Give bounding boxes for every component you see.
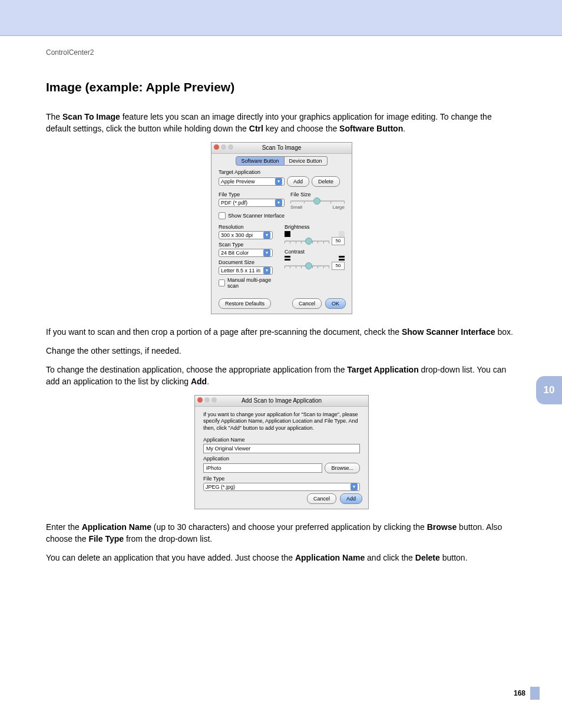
page-number: 168	[514, 689, 525, 697]
window-controls	[214, 144, 233, 150]
paragraph-1: The Scan To Image feature lets you scan …	[46, 111, 517, 135]
application-name-label: Application Name	[203, 437, 360, 443]
chevron-updown-icon: ▾	[275, 178, 282, 185]
add-application-dialog: Add Scan to Image Application If you wan…	[194, 395, 369, 509]
chevron-updown-icon: ▾	[351, 483, 358, 490]
tab-row: Software ButtonDevice Button	[211, 156, 352, 166]
chevron-updown-icon: ▾	[263, 249, 270, 256]
breadcrumb: ControlCenter2	[46, 48, 517, 57]
page-number-decoration	[530, 687, 540, 700]
chevron-updown-icon: ▾	[263, 267, 270, 274]
application-path-input[interactable]: iPhoto	[203, 463, 322, 473]
chevron-updown-icon: ▾	[263, 232, 270, 239]
scan-to-image-dialog: Scan To Image Software ButtonDevice Butt…	[211, 142, 352, 314]
file-type-label: File Type	[203, 476, 360, 482]
close-icon[interactable]	[214, 144, 219, 150]
dialog-title: Add Scan to Image Application	[242, 397, 322, 404]
file-size-large-label: Large	[333, 205, 345, 210]
paragraph-6: You can delete an application that you h…	[46, 552, 517, 564]
browse-button[interactable]: Browse...	[325, 463, 360, 473]
file-size-label: File Size	[290, 192, 345, 197]
contrast-slider[interactable]	[285, 263, 329, 268]
resolution-select[interactable]: 300 x 300 dpi▾	[219, 231, 273, 239]
paragraph-4: To change the destination application, c…	[46, 364, 517, 388]
add-button[interactable]: Add	[287, 176, 309, 187]
restore-defaults-button[interactable]: Restore Defaults	[219, 298, 271, 309]
document-size-select[interactable]: Letter 8.5 x 11 in▾	[219, 266, 273, 275]
dialog-titlebar: Scan To Image	[211, 143, 352, 154]
scan-type-label: Scan Type	[219, 242, 279, 248]
zoom-icon	[228, 144, 233, 150]
application-name-input[interactable]: My Original Viewer	[203, 444, 360, 453]
target-application-label: Target Application	[219, 169, 345, 175]
resolution-label: Resolution	[219, 224, 279, 230]
show-scanner-interface-checkbox[interactable]: Show Scanner Interface	[219, 212, 345, 219]
file-size-small-label: Small	[290, 205, 302, 210]
file-type-label: File Type	[219, 192, 285, 197]
zoom-icon	[211, 397, 217, 403]
dialog-titlebar: Add Scan to Image Application	[195, 396, 368, 407]
contrast-value[interactable]: 50	[332, 262, 345, 270]
add-button[interactable]: Add	[340, 493, 362, 504]
manual-multi-page-checkbox[interactable]: Manual multi-page scan	[219, 277, 279, 289]
dialog-instructions: If you want to change your application f…	[203, 411, 360, 432]
ok-button[interactable]: OK	[325, 298, 346, 309]
target-application-select[interactable]: Apple Preview▾	[219, 177, 285, 186]
contrast-label: Contrast	[285, 249, 345, 255]
brightness-label: Brightness	[285, 224, 345, 230]
document-size-label: Document Size	[219, 259, 279, 265]
file-type-select[interactable]: PDF (*.pdf)▾	[219, 199, 285, 207]
brightness-low-icon	[285, 231, 290, 237]
cancel-button[interactable]: Cancel	[307, 493, 336, 504]
file-type-select[interactable]: JPEG (*.jpg)▾	[203, 483, 360, 491]
tab-device-button[interactable]: Device Button	[285, 156, 328, 166]
minimize-icon	[204, 397, 210, 403]
tab-software-button[interactable]: Software Button	[236, 156, 284, 166]
scan-type-select[interactable]: 24 Bit Color▾	[219, 249, 273, 257]
contrast-low-icon	[285, 256, 290, 262]
page-header-band	[0, 0, 562, 36]
file-size-slider[interactable]	[290, 199, 345, 203]
paragraph-3: Change the other settings, if needed.	[46, 345, 517, 357]
paragraph-2: If you want to scan and then crop a port…	[46, 326, 517, 338]
brightness-value[interactable]: 50	[332, 237, 345, 245]
dialog-title: Scan To Image	[262, 144, 302, 151]
brightness-slider[interactable]	[285, 239, 329, 243]
delete-button[interactable]: Delete	[312, 176, 340, 187]
close-icon[interactable]	[197, 397, 203, 403]
contrast-high-icon	[339, 256, 345, 262]
paragraph-5: Enter the Application Name (up to 30 cha…	[46, 521, 517, 545]
page-content: ControlCenter2 Image (example: Apple Pre…	[46, 48, 517, 571]
application-label: Application	[203, 456, 360, 462]
window-controls	[197, 397, 217, 403]
brightness-high-icon	[339, 231, 345, 237]
chevron-updown-icon: ▾	[275, 199, 282, 206]
page-heading: Image (example: Apple Preview)	[46, 80, 517, 94]
cancel-button[interactable]: Cancel	[292, 298, 322, 309]
minimize-icon	[221, 144, 226, 150]
chapter-tab: 10	[536, 376, 562, 404]
